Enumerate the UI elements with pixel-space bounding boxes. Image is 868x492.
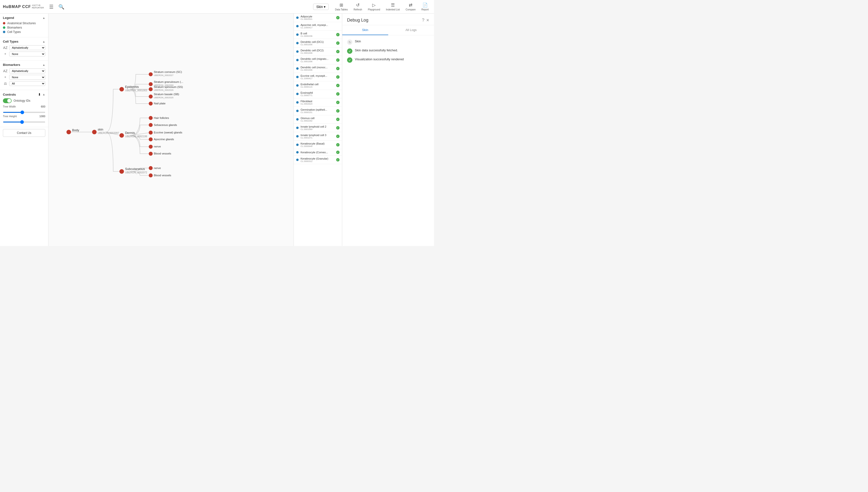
list-item: FibroblastCL:0002620✓ bbox=[294, 98, 342, 107]
stratum-spinosum-sub: UBERON_0002026 bbox=[154, 89, 173, 91]
controls-header[interactable]: Controls ⬇ ▲ bbox=[3, 93, 45, 96]
dermis-label: Dermis bbox=[125, 131, 135, 134]
compare-icon: ⇄ bbox=[409, 2, 412, 8]
hair-follicles-label: Hair follicles bbox=[154, 116, 169, 119]
debug-header: Debug Log ? × bbox=[342, 14, 434, 25]
cell-type-name: Dendritic cell (DC2)CL:0001006 bbox=[300, 49, 334, 54]
contact-us-button[interactable]: Contact Us bbox=[3, 129, 45, 137]
tab-skin[interactable]: Skin bbox=[342, 25, 388, 35]
help-icon[interactable]: ? bbox=[422, 18, 424, 23]
cell-type-dot bbox=[296, 118, 298, 121]
legend-item-anatomical: Anatomical Structures bbox=[3, 22, 45, 25]
playground-label: Playground bbox=[368, 8, 380, 11]
tree-width-slider-container bbox=[3, 109, 45, 114]
anatomical-label: Anatomical Structures bbox=[7, 22, 35, 25]
blood-vessels2-label: Blood vessels bbox=[154, 174, 171, 177]
legend-title: Legend bbox=[3, 16, 14, 20]
tree-height-slider[interactable] bbox=[3, 122, 45, 123]
biomarkers-extra-select[interactable]: All bbox=[9, 81, 45, 86]
biomarkers-extra-icon: ⚖ bbox=[3, 81, 8, 85]
check-icon: ✓ bbox=[336, 50, 340, 53]
compare-button[interactable]: ⇄ Compare bbox=[403, 1, 418, 12]
cell-type-dot bbox=[296, 84, 298, 87]
cell-types-header[interactable]: Cell Types ▲ bbox=[3, 40, 45, 43]
legend-header[interactable]: Legend ▲ bbox=[3, 16, 45, 20]
subcutaneous-sub: UBERON_0002072 bbox=[125, 171, 147, 174]
cell-type-name: B cellCL:0000236 bbox=[300, 32, 334, 37]
indented-list-button[interactable]: ☰ Indented List bbox=[384, 1, 402, 12]
tree-width-slider[interactable] bbox=[3, 112, 45, 113]
cell-types-sort-row: AZ Alphabetically bbox=[3, 45, 45, 50]
nail-plate-label: Nail plate bbox=[154, 102, 165, 105]
stratum-basale-sub: UBERON_0002025 bbox=[154, 96, 173, 99]
ontology-ids-toggle[interactable] bbox=[3, 98, 11, 103]
list-item: Keratinocyte (Corneo...✓ bbox=[294, 149, 342, 156]
tab-all-logs[interactable]: All Logs bbox=[388, 25, 434, 35]
topbar-actions: ⊞ Data Tables ↺ Refresh ▷ Playground ☰ I… bbox=[333, 1, 431, 12]
cell-type-name: Innate lymphoid cell 3CL:0001071 bbox=[300, 134, 334, 139]
controls-title: Controls bbox=[3, 93, 16, 96]
logo-text: HuBMAP CCF bbox=[3, 5, 31, 9]
cell-types-sort-select[interactable]: Alphabetically bbox=[9, 45, 45, 50]
download-icon[interactable]: ⬇ bbox=[38, 93, 41, 96]
biomarkers-legend-label: Biomarkers bbox=[7, 26, 22, 29]
biomarkers-header[interactable]: Biomarkers ▲ bbox=[3, 63, 45, 67]
main-layout: Legend ▲ Anatomical Structures Biomarker… bbox=[0, 14, 434, 246]
biomarkers-filter-row: ⚬ None bbox=[3, 75, 45, 80]
cell-type-name: Innate lymphoid cell 2CL:0001069 bbox=[300, 125, 334, 130]
tree-height-value: 1000 bbox=[38, 115, 45, 118]
success-icon: ✓ bbox=[347, 57, 353, 63]
cell-types-filter-select[interactable]: None bbox=[9, 52, 45, 56]
check-icon: ✓ bbox=[336, 16, 340, 19]
sebaceous-label: Sebaceous glands bbox=[154, 123, 177, 126]
cell-type-dot bbox=[296, 17, 298, 19]
legend-toggle-icon: ▲ bbox=[42, 16, 45, 20]
stratum-spinosum-node bbox=[149, 87, 152, 91]
data-tables-button[interactable]: ⊞ Data Tables bbox=[333, 1, 350, 12]
filter-icon: ⚬ bbox=[3, 52, 8, 56]
biomarkers-sort-select[interactable]: Alphabetically bbox=[9, 69, 45, 73]
ontology-ids-row: Ontology IDs bbox=[3, 98, 45, 103]
controls-section: Controls ⬇ ▲ Ontology IDs Tree Width 600… bbox=[0, 90, 48, 127]
blood-vessels-node bbox=[149, 152, 152, 156]
cell-type-name: Glomus cellCL:0002292 bbox=[300, 117, 334, 122]
debug-log-text: Visualization successfully rendered bbox=[355, 57, 404, 62]
list-item: AdipocyteCL:0002521✓ bbox=[294, 14, 342, 22]
debug-close-button[interactable]: × bbox=[426, 18, 429, 23]
tree-canvas[interactable]: Body skin UBERON:0002097 Epidermis UBERO… bbox=[48, 14, 293, 246]
refresh-button[interactable]: ↺ Refresh bbox=[351, 1, 364, 12]
stratum-corneum-sub: UBERON_0002027 bbox=[154, 74, 173, 76]
debug-log-text: Skin data successfully fetched. bbox=[355, 48, 398, 52]
report-button[interactable]: 📄 Report bbox=[419, 1, 431, 12]
dermis-node bbox=[119, 133, 124, 138]
biomarkers-filter-select[interactable]: None bbox=[9, 75, 45, 80]
cell-type-name: Eccrine cell, myoepit...CL:1000417 bbox=[300, 74, 334, 80]
check-icon: ✓ bbox=[336, 84, 340, 87]
loading-icon: ↻ bbox=[347, 40, 353, 45]
dermis-sub: UBERON_0002199 bbox=[125, 135, 147, 138]
playground-icon: ▷ bbox=[372, 2, 376, 8]
cell-type-dot bbox=[296, 76, 298, 78]
search-button[interactable]: 🔍 bbox=[57, 2, 66, 11]
epidermis-sub: UBERON_0001003 bbox=[125, 89, 147, 92]
check-icon: ✓ bbox=[336, 143, 340, 147]
list-item: Apocrine cell, myoepi...CL:1000417 bbox=[294, 22, 342, 30]
cell-type-name: Keratinocyte (Corneo... bbox=[300, 151, 334, 154]
check-icon: ✓ bbox=[336, 67, 340, 70]
cell-type-dot bbox=[296, 42, 298, 44]
playground-button[interactable]: ▷ Playground bbox=[365, 1, 383, 12]
cell-type-name: FibroblastCL:0002620 bbox=[300, 100, 334, 105]
sort-az-icon: AZ bbox=[3, 46, 8, 50]
check-icon: ✓ bbox=[336, 158, 340, 162]
tree-width-label: Tree Width bbox=[3, 105, 37, 108]
data-tables-label: Data Tables bbox=[335, 8, 348, 11]
menu-button[interactable]: ☰ bbox=[48, 2, 55, 11]
body-label: Body bbox=[72, 128, 79, 132]
organ-selector[interactable]: Skin ▾ bbox=[313, 4, 329, 10]
subcutaneous-label: Subcutaneous bbox=[125, 167, 145, 171]
skin-node bbox=[92, 130, 97, 134]
tree-height-slider-container bbox=[3, 119, 45, 123]
hair-follicles-node bbox=[149, 116, 152, 120]
cell-type-dot bbox=[296, 33, 298, 36]
cell-type-list: AdipocyteCL:0002521✓Apocrine cell, myoep… bbox=[294, 14, 342, 164]
